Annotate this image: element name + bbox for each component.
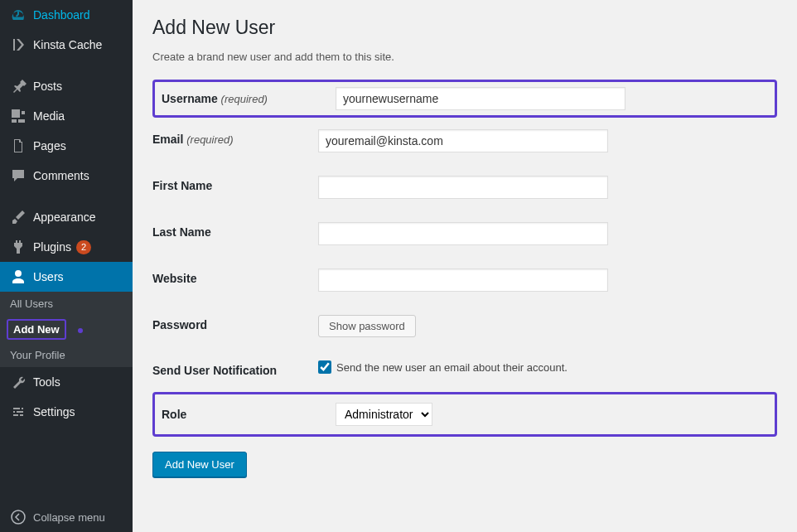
sidebar-label: Media [33,109,65,123]
sidebar-label: Users [33,270,64,283]
tools-icon [10,374,27,390]
main-content: Add New User Create a brand new user and… [133,0,797,532]
username-input[interactable] [336,87,626,110]
kinsta-icon [10,36,27,53]
plugin-icon [10,239,27,255]
collapse-label: Collapse menu [33,511,105,524]
sidebar-item-appearance[interactable]: Appearance [0,202,133,232]
dashboard-icon [10,7,27,23]
sidebar-label: Dashboard [33,8,90,22]
email-label: Email [152,133,183,146]
password-label: Password [152,303,318,349]
sidebar-item-dashboard[interactable]: Dashboard [0,0,133,30]
show-password-button[interactable]: Show password [318,315,416,337]
notification-label: Send User Notification [152,349,318,392]
sidebar-item-tools[interactable]: Tools [0,367,133,397]
collapse-icon [10,509,27,525]
sidebar-item-pages[interactable]: Pages [0,131,133,161]
first-name-input[interactable] [318,176,608,199]
sidebar-label: Kinsta Cache [33,38,102,51]
svg-point-0 [12,510,25,524]
sidebar-item-posts[interactable]: Posts [0,71,133,101]
notification-text: Send the new user an email about their a… [336,361,568,374]
sidebar-item-kinsta[interactable]: Kinsta Cache [0,30,133,60]
admin-sidebar: Dashboard Kinsta Cache Posts Media Pages… [0,0,133,532]
role-select[interactable]: Administrator [336,403,432,426]
username-label: Username [162,92,218,105]
pages-icon [10,138,27,154]
website-input[interactable] [318,268,608,292]
sidebar-item-plugins[interactable]: Plugins 2 [0,232,133,262]
users-icon [10,268,27,285]
plugins-badge: 2 [76,240,91,254]
collapse-menu[interactable]: Collapse menu [0,502,133,532]
page-title: Add New User [152,17,777,39]
last-name-input[interactable] [318,222,608,245]
comments-icon [10,167,27,184]
required-hint: (required) [221,93,268,105]
submenu-add-new[interactable]: Add New [7,319,66,340]
sidebar-item-users[interactable]: Users [0,262,133,292]
sidebar-label: Settings [33,405,75,418]
submenu-all-users[interactable]: All Users [0,292,133,316]
website-label: Website [152,257,318,303]
sidebar-item-media[interactable]: Media [0,101,133,131]
required-hint: (required) [186,133,233,146]
sidebar-label: Appearance [33,210,96,224]
user-form: Username (required) Email (required) Fir… [152,80,777,437]
users-submenu: All Users Add New Your Profile [0,292,133,367]
sidebar-label: Plugins [33,240,71,254]
sidebar-label: Comments [33,169,89,182]
notification-checkbox[interactable] [318,360,331,374]
highlight-dot [78,328,83,333]
brush-icon [10,209,27,225]
role-label: Role [162,408,336,421]
page-subtitle: Create a brand new user and add them to … [152,51,777,63]
email-input[interactable] [318,129,608,152]
sidebar-label: Tools [33,375,60,389]
submenu-your-profile[interactable]: Your Profile [0,343,133,367]
first-name-label: First Name [152,164,318,210]
media-icon [10,108,27,124]
sidebar-item-comments[interactable]: Comments [0,161,133,191]
pin-icon [10,78,27,94]
sidebar-item-settings[interactable]: Settings [0,397,133,427]
last-name-label: Last Name [152,210,318,257]
sidebar-label: Pages [33,139,66,152]
notification-checkbox-row[interactable]: Send the new user an email about their a… [318,360,777,374]
sidebar-label: Posts [33,80,62,93]
submit-button[interactable]: Add New User [152,452,247,477]
settings-icon [10,404,27,420]
